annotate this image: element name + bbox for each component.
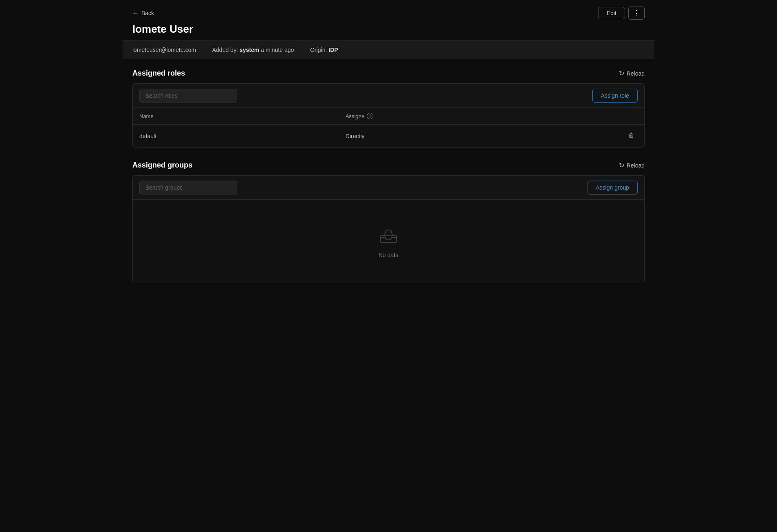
back-arrow-icon: ← (132, 9, 139, 17)
assign-role-button[interactable]: Assign role (592, 89, 638, 103)
no-data-container: No data (133, 200, 644, 283)
roles-section-title: Assigned roles (132, 69, 185, 78)
assigned-groups-section: Assigned groups ↻ Reload Assign group (132, 161, 645, 283)
added-by-user: system (239, 47, 259, 53)
assign-group-button[interactable]: Assign group (587, 181, 638, 194)
divider-2: | (301, 47, 303, 53)
user-email: iometeuser@iomete.com (132, 47, 196, 53)
svg-rect-1 (630, 133, 632, 134)
col-name-header: Name (133, 108, 339, 125)
roles-reload-label: Reload (627, 70, 645, 77)
groups-reload-label: Reload (627, 162, 645, 169)
roles-table-body: default Directly (133, 125, 644, 148)
assigned-roles-section: Assigned roles ↻ Reload Assign role Name (132, 69, 645, 148)
back-button[interactable]: ← Back (132, 9, 154, 17)
groups-table-toolbar: Assign group (133, 176, 644, 200)
role-name-cell[interactable]: default (133, 125, 339, 148)
roles-reload-button[interactable]: ↻ Reload (619, 69, 645, 77)
role-assignment-cell: Directly (339, 125, 618, 148)
origin-prefix: Origin: (310, 47, 327, 53)
origin-value: IDP (328, 47, 338, 53)
user-info-bar: iometeuser@iomete.com | Added by: system… (123, 40, 654, 59)
no-data-icon (378, 224, 399, 247)
more-options-button[interactable]: ⋮ (628, 7, 645, 20)
groups-section-header: Assigned groups ↻ Reload (132, 161, 645, 170)
top-bar: ← Back Edit ⋮ (132, 7, 645, 20)
divider-1: | (203, 47, 205, 53)
col-actions-header (618, 108, 644, 125)
roles-table-toolbar: Assign role (133, 84, 644, 108)
delete-role-button[interactable] (625, 130, 638, 142)
assignment-info-icon[interactable]: i (367, 113, 373, 119)
origin-info: Origin: IDP (310, 47, 338, 53)
top-actions: Edit ⋮ (598, 7, 645, 20)
svg-rect-4 (380, 236, 397, 242)
roles-section-header: Assigned roles ↻ Reload (132, 69, 645, 78)
added-by-info: Added by: system a minute ago (212, 47, 294, 53)
role-actions-cell (618, 125, 644, 148)
edit-button[interactable]: Edit (598, 7, 625, 19)
groups-table-container: Assign group No data (132, 175, 645, 283)
page-title: Iomete User (132, 23, 645, 36)
col-assignment-header: Assigne i (339, 108, 618, 125)
groups-section-title: Assigned groups (132, 161, 192, 170)
table-row: default Directly (133, 125, 644, 148)
reload-icon: ↻ (619, 69, 624, 77)
roles-table-container: Assign role Name Assigne i (132, 83, 645, 148)
back-label: Back (141, 10, 154, 16)
groups-reload-button[interactable]: ↻ Reload (619, 161, 645, 169)
search-roles-input[interactable] (139, 89, 237, 103)
added-by-prefix: Added by: (212, 47, 238, 53)
no-data-label: No data (378, 252, 398, 258)
inbox-icon (378, 224, 399, 246)
trash-icon (628, 132, 634, 139)
search-groups-input[interactable] (139, 181, 237, 194)
roles-table-header-row: Name Assigne i (133, 108, 644, 125)
roles-table: Name Assigne i default (133, 108, 644, 148)
groups-reload-icon: ↻ (619, 161, 624, 169)
added-by-suffix: a minute ago (261, 47, 294, 53)
